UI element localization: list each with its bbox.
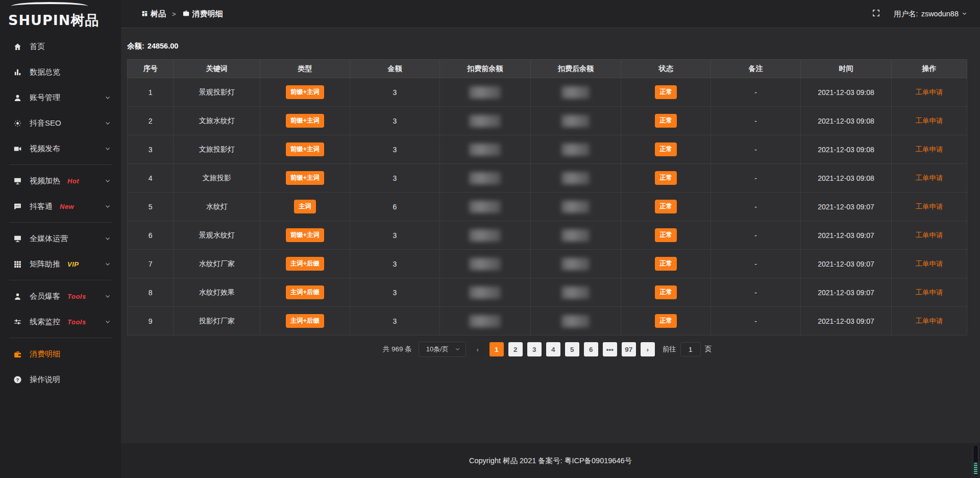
sidebar-item-consumption-detail[interactable]: 消费明细 [0, 341, 121, 367]
cell-time: 2021-12-03 09:07 [801, 193, 892, 221]
cell-keyword: 水纹灯 [174, 193, 260, 221]
goto-page-input[interactable] [680, 342, 701, 356]
sidebar-item-video-publish[interactable]: 视频发布 [0, 136, 121, 161]
sidebar-item-data-overview[interactable]: 数据总览 [0, 59, 121, 85]
cell-action: 工单申请 [891, 278, 967, 307]
page-button-2[interactable]: 2 [508, 342, 523, 356]
sidebar-item-label: 视频发布 [30, 144, 60, 154]
work-order-link[interactable]: 工单申请 [915, 174, 943, 182]
content-area: 余额:24856.00 序号关键词类型金额扣费前余额扣费后余额状态备注时间操作 … [121, 28, 980, 443]
scrollbar-thumb[interactable] [974, 463, 977, 475]
sidebar-item-all-media-operation[interactable]: 全媒体运营 [0, 226, 121, 251]
prev-page-button[interactable]: ‹ [471, 342, 485, 356]
scrollbar[interactable] [973, 445, 978, 476]
sidebar-item-member-baoke[interactable]: 会员爆客Tools [0, 283, 121, 309]
cell-remark: - [711, 221, 801, 250]
page-size-select[interactable]: 10条/页 [419, 342, 466, 357]
page-buttons: 123456•••97 [489, 342, 636, 356]
cell-pre-balance [439, 78, 530, 107]
chart-icon [12, 68, 22, 77]
sidebar-item-account-management[interactable]: 账号管理 [0, 85, 121, 110]
fullscreen-icon[interactable] [872, 9, 880, 19]
cell-remark: - [711, 193, 801, 221]
sidebar-item-badge: Hot [67, 177, 79, 185]
wallet-icon [182, 9, 190, 18]
breadcrumb: 树品 > 消费明细 [141, 9, 223, 19]
balance-label: 余额: [127, 42, 144, 50]
work-order-link[interactable]: 工单申请 [915, 231, 943, 239]
cell-action: 工单申请 [891, 164, 967, 193]
masked-value [469, 286, 501, 299]
work-order-link[interactable]: 工单申请 [915, 260, 943, 268]
sidebar-item-home[interactable]: 首页 [0, 34, 121, 59]
work-order-link[interactable]: 工单申请 [915, 146, 943, 153]
brand-logo: SHUPIN树品 [0, 0, 121, 30]
cell-remark: - [711, 307, 801, 336]
cell-remark: - [711, 107, 801, 135]
cell-action: 工单申请 [891, 107, 967, 135]
cell-type: 主词+后缀 [260, 250, 350, 278]
column-header: 操作 [891, 60, 967, 78]
sidebar-item-matrix-boost[interactable]: 矩阵助推VIP [0, 251, 121, 277]
cell-keyword: 景观投影灯 [174, 78, 260, 107]
svg-text:?: ? [16, 377, 19, 383]
work-order-link[interactable]: 工单申请 [915, 117, 943, 125]
next-page-button[interactable]: › [641, 342, 655, 356]
sidebar-item-video-heating[interactable]: 视频加热Hot [0, 168, 121, 194]
type-badge: 前缀+主词 [286, 85, 324, 99]
cell-pre-balance [439, 164, 530, 193]
sidebar-item-doukertong[interactable]: 抖客通New [0, 194, 121, 219]
work-order-link[interactable]: 工单申请 [915, 289, 943, 296]
cell-keyword: 文旅水纹灯 [174, 107, 260, 135]
work-order-link[interactable]: 工单申请 [915, 203, 943, 210]
user-icon [12, 93, 22, 102]
work-order-link[interactable]: 工单申请 [915, 317, 943, 325]
page-button-97[interactable]: 97 [622, 342, 636, 356]
cell-status: 正常 [621, 221, 711, 250]
page-button-3[interactable]: 3 [527, 342, 542, 356]
sidebar-item-label: 线索监控 [30, 317, 60, 327]
cell-index: 4 [128, 164, 174, 193]
page-button-5[interactable]: 5 [565, 342, 579, 356]
cell-amount: 3 [350, 78, 439, 107]
sidebar-item-badge: Tools [67, 293, 86, 300]
ellipsis-button[interactable]: ••• [603, 342, 617, 356]
cell-keyword: 水纹灯厂家 [174, 250, 260, 278]
cell-type: 前缀+主词 [260, 164, 350, 193]
table-row: 1景观投影灯前缀+主词3正常-2021-12-03 09:08工单申请 [128, 78, 967, 107]
sidebar-item-clue-monitor[interactable]: 线索监控Tools [0, 309, 121, 334]
cell-time: 2021-12-03 09:08 [801, 78, 892, 107]
cell-time: 2021-12-03 09:08 [801, 107, 892, 135]
sidebar-item-operation-guide[interactable]: ?操作说明 [0, 367, 121, 392]
cell-post-balance [530, 135, 621, 164]
top-bar: 树品 > 消费明细 用户名: zswodun88 [121, 0, 980, 28]
cell-status: 正常 [621, 278, 711, 307]
page-button-4[interactable]: 4 [546, 342, 560, 356]
breadcrumb-root[interactable]: 树品 [141, 9, 166, 19]
sidebar-item-label: 视频加热 [30, 176, 60, 186]
cell-type: 前缀+主词 [260, 78, 350, 107]
copyright-text: Copyright 树品 2021 备案号: 粤ICP备09019646号 [469, 456, 632, 466]
type-badge: 前缀+主词 [286, 142, 324, 156]
breadcrumb-current[interactable]: 消费明细 [182, 9, 223, 19]
table-row: 8水纹灯效果主词+后缀3正常-2021-12-03 09:07工单申请 [128, 278, 967, 307]
chevron-down-icon [455, 346, 460, 353]
sidebar-item-label: 会员爆客 [30, 292, 60, 301]
cell-remark: - [711, 164, 801, 193]
breadcrumb-separator: > [172, 10, 176, 18]
cell-post-balance [530, 278, 621, 307]
sidebar-item-badge: Tools [67, 318, 86, 326]
work-order-link[interactable]: 工单申请 [915, 88, 943, 96]
cell-index: 2 [128, 107, 174, 135]
cell-post-balance [530, 107, 621, 135]
cell-post-balance [530, 250, 621, 278]
cell-time: 2021-12-03 09:07 [801, 278, 892, 307]
masked-value [469, 115, 501, 127]
home-icon [12, 42, 22, 51]
user-dropdown[interactable]: 用户名: zswodun88 [894, 9, 967, 19]
cell-type: 主词+后缀 [260, 307, 350, 336]
page-button-1[interactable]: 1 [489, 342, 504, 356]
page-button-6[interactable]: 6 [584, 342, 598, 356]
sidebar-item-douyin-seo[interactable]: 抖音SEO [0, 110, 121, 136]
chevron-down-icon [105, 120, 111, 126]
